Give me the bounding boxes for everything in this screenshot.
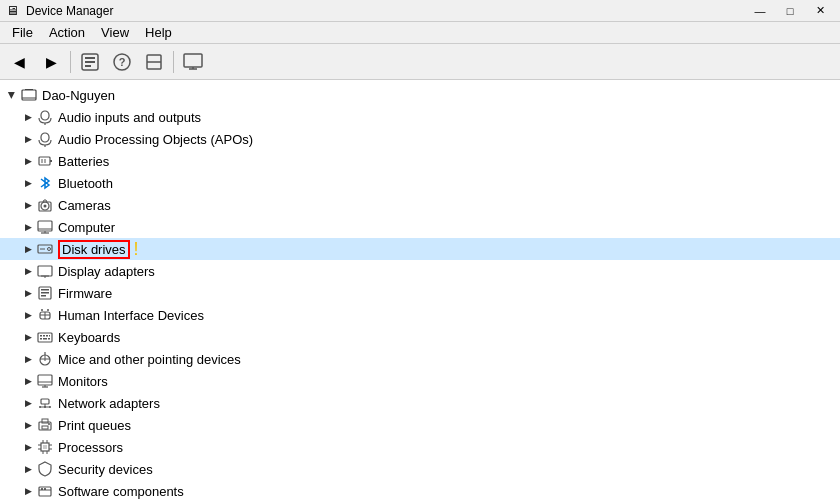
human-interface-label: Human Interface Devices (58, 308, 204, 323)
audio-inputs-arrow: ▶ (20, 109, 36, 125)
software-components-arrow: ▶ (20, 483, 36, 499)
bluetooth-arrow: ▶ (20, 175, 36, 191)
svg-rect-51 (48, 338, 50, 340)
security-devices-label: Security devices (58, 462, 153, 477)
tree-item-network-adapters[interactable]: ▶ Network adapters (0, 392, 840, 414)
print-queues-arrow: ▶ (20, 417, 36, 433)
window-title: Device Manager (26, 4, 746, 18)
app-icon: 🖥 (6, 3, 22, 19)
menu-view[interactable]: View (93, 23, 137, 42)
keyboards-label: Keyboards (58, 330, 120, 345)
svg-rect-49 (40, 338, 42, 340)
svg-rect-3 (85, 65, 91, 67)
software-components-label: Software components (58, 484, 184, 499)
tree-item-keyboards[interactable]: ▶ Keyboards (0, 326, 840, 348)
tree-item-bluetooth[interactable]: ▶ Bluetooth (0, 172, 840, 194)
monitors-icon (36, 372, 54, 390)
svg-rect-68 (42, 426, 48, 429)
menu-file[interactable]: File (4, 23, 41, 42)
title-bar: 🖥 Device Manager — □ ✕ (0, 0, 840, 22)
tree-item-human-interface[interactable]: ▶ Human Interface Devices (0, 304, 840, 326)
network-adapters-arrow: ▶ (20, 395, 36, 411)
svg-point-42 (41, 309, 43, 311)
toolbar-monitor[interactable] (178, 48, 208, 76)
audio-processing-arrow: ▶ (20, 131, 36, 147)
tree-root-item[interactable]: ▶ Dao-Nguyen (0, 84, 840, 106)
mice-arrow: ▶ (20, 351, 36, 367)
computer-arrow: ▶ (20, 219, 36, 235)
mice-label: Mice and other pointing devices (58, 352, 241, 367)
svg-rect-32 (38, 266, 52, 276)
tree-item-cameras[interactable]: ▶ Cameras (0, 194, 840, 216)
toolbar-scan[interactable] (139, 48, 169, 76)
toolbar-separator-1 (70, 51, 71, 73)
svg-rect-16 (41, 133, 49, 142)
toolbar-forward[interactable]: ▶ (36, 48, 66, 76)
toolbar-back[interactable]: ◀ (4, 48, 34, 76)
tree-item-mice[interactable]: ▶ Mice and other pointing devices (0, 348, 840, 370)
human-interface-arrow: ▶ (20, 307, 36, 323)
svg-rect-82 (41, 488, 43, 490)
tree-item-audio-processing[interactable]: ▶ Audio Processing Objects (APOs) (0, 128, 840, 150)
network-adapters-icon (36, 394, 54, 412)
menu-action[interactable]: Action (41, 23, 93, 42)
monitors-label: Monitors (58, 374, 108, 389)
device-tree: ▶ Dao-Nguyen ▶ Audio inputs and outputs … (0, 80, 840, 500)
svg-rect-12 (25, 89, 33, 90)
tree-item-monitors[interactable]: ▶ Monitors (0, 370, 840, 392)
tree-item-print-queues[interactable]: ▶ Print queues (0, 414, 840, 436)
tree-item-processors[interactable]: ▶ Processors (0, 436, 840, 458)
toolbar-help[interactable]: ? (107, 48, 137, 76)
menu-help[interactable]: Help (137, 23, 180, 42)
maximize-button[interactable]: □ (776, 1, 804, 21)
svg-rect-47 (46, 335, 48, 337)
svg-rect-45 (40, 335, 42, 337)
svg-point-30 (48, 248, 51, 251)
bluetooth-icon (36, 174, 54, 192)
tree-item-display-adapters[interactable]: ▶ Display adapters (0, 260, 840, 282)
print-queues-icon (36, 416, 54, 434)
toolbar-separator-2 (173, 51, 174, 73)
display-adapters-label: Display adapters (58, 264, 155, 279)
human-interface-icon (36, 306, 54, 324)
svg-point-23 (44, 205, 47, 208)
computer-icon (36, 218, 54, 236)
audio-inputs-icon (36, 108, 54, 126)
mice-icon (36, 350, 54, 368)
svg-point-63 (39, 406, 41, 408)
menu-bar: File Action View Help (0, 22, 840, 44)
firmware-label: Firmware (58, 286, 112, 301)
security-devices-arrow: ▶ (20, 461, 36, 477)
batteries-label: Batteries (58, 154, 109, 169)
tree-item-software-components[interactable]: ▶ Software components (0, 480, 840, 500)
tree-item-batteries[interactable]: ▶ Batteries (0, 150, 840, 172)
svg-rect-2 (85, 61, 95, 63)
processors-label: Processors (58, 440, 123, 455)
cameras-label: Cameras (58, 198, 111, 213)
svg-rect-83 (44, 488, 46, 490)
window-controls: — □ ✕ (746, 1, 834, 21)
tree-item-computer[interactable]: ▶ Computer (0, 216, 840, 238)
cameras-arrow: ▶ (20, 197, 36, 213)
tree-item-disk-drives[interactable]: ▶ Disk drives ! (0, 238, 840, 260)
minimize-button[interactable]: — (746, 1, 774, 21)
keyboards-arrow: ▶ (20, 329, 36, 345)
tree-item-audio-inputs[interactable]: ▶ Audio inputs and outputs (0, 106, 840, 128)
toolbar-properties[interactable] (75, 48, 105, 76)
root-expand-arrow: ▶ (4, 87, 20, 103)
main-content: ▶ Dao-Nguyen ▶ Audio inputs and outputs … (0, 80, 840, 500)
svg-rect-14 (41, 111, 49, 120)
close-button[interactable]: ✕ (806, 1, 834, 21)
svg-rect-46 (43, 335, 45, 337)
svg-rect-1 (85, 57, 95, 59)
network-adapters-label: Network adapters (58, 396, 160, 411)
tree-item-firmware[interactable]: ▶ Firmware (0, 282, 840, 304)
svg-point-69 (48, 423, 50, 425)
software-components-icon (36, 482, 54, 500)
bluetooth-label: Bluetooth (58, 176, 113, 191)
tree-item-security-devices[interactable]: ▶ Security devices (0, 458, 840, 480)
security-devices-icon (36, 460, 54, 478)
disk-drives-icon (36, 240, 54, 258)
svg-rect-48 (49, 335, 50, 337)
batteries-icon (36, 152, 54, 170)
